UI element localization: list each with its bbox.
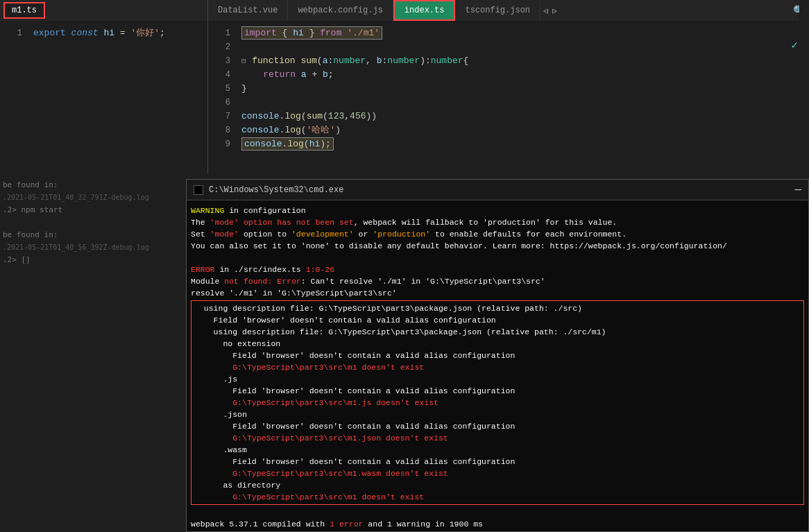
sidebar-line-1: .2021-05-21T01_40_32_791Z-debug.log: [3, 191, 183, 204]
code-line-r9: 9 console.log(hi);: [208, 137, 809, 151]
cmd-window-icon: [194, 185, 203, 195]
tab-scroll-arrows[interactable]: ◁ ▷: [543, 6, 557, 15]
code-line-r4: 4 return a + b;: [208, 68, 809, 82]
cmd-line-resolve: resolve './m1' in 'G:\TypeScript\part3\s…: [191, 287, 804, 299]
code-line-r5: 5 }: [208, 82, 809, 96]
tab-index-label: index.ts: [404, 6, 445, 15]
cmd-line-mode2: Set 'mode' option to 'development' or 'p…: [191, 228, 804, 240]
code-line-r2: 2: [208, 40, 809, 54]
tab-webpack-label: webpack.config.js: [298, 6, 382, 15]
code-line-r6: 6: [208, 96, 809, 110]
left-pane: m1.ts 1 export const hi = '你好';: [0, 0, 208, 173]
cmd-title-text: C:\Windows\System32\cmd.exe: [209, 185, 343, 195]
tab-m1ts-label: m1.ts: [12, 6, 37, 15]
tab-tsconfig-label: tsconfig.json: [465, 6, 530, 15]
left-sidebar: be found in: .2021-05-21T01_40_32_791Z-d…: [0, 173, 186, 532]
cmd-line-error: ERROR in ./src/index.ts 1:0-26: [191, 264, 804, 275]
keyword-const: const: [71, 28, 104, 38]
highlight-console-box: console.log(hi);: [241, 137, 334, 151]
code-line-r3: 3 ⊟ function sum(a:number, b:number):num…: [208, 54, 809, 68]
highlight-import-box: import { hi } from './m1': [241, 26, 382, 40]
keyword-export: export: [33, 28, 71, 38]
tab-webpack-config[interactable]: webpack.config.js: [288, 0, 393, 21]
check-mark: ✓: [791, 38, 798, 52]
cmd-titlebar: C:\Windows\System32\cmd.exe —: [187, 180, 808, 200]
sidebar-text: be found in:: [3, 179, 183, 191]
line-num-1: 1: [6, 26, 22, 40]
sidebar-line-5: .2021-05-21T01_40_56_392Z-debug.log: [3, 241, 183, 254]
code-line-r7: 7 console.log(sum(123,456)): [208, 110, 809, 123]
cmd-body: WARNING in configuration The 'mode' opti…: [187, 200, 808, 531]
cmd-line-err-lifecycle: npm ERR! code ELIFECYCLE: [191, 530, 804, 531]
cmd-line-compiled: webpack 5.37.1 compiled with 1 error and…: [191, 518, 804, 530]
code-line-r1: 1 import { hi } from './m1': [208, 26, 809, 40]
left-pane-tabbar: m1.ts: [0, 0, 207, 21]
sidebar-line-3: [3, 216, 183, 229]
cmd-window: C:\Windows\System32\cmd.exe — WARNING in…: [186, 179, 809, 532]
var-hi: hi: [103, 28, 119, 38]
str-nihao: '你好': [130, 28, 160, 38]
left-code-block: 1 export const hi = '你好';: [0, 21, 207, 46]
tab-m1ts[interactable]: m1.ts: [3, 2, 45, 19]
fold-icon[interactable]: ⊟: [241, 57, 250, 65]
right-code-block: 1 import { hi } from './m1' 2 3 ⊟ functi…: [208, 21, 809, 157]
tab-datalist-vue[interactable]: DataList.vue: [208, 0, 288, 21]
cmd-line-warning: WARNING in configuration: [191, 205, 804, 216]
sidebar-line-2: .2> npm start: [3, 204, 183, 216]
right-tabbar: DataList.vue webpack.config.js index.ts …: [208, 0, 809, 21]
cmd-minimize-button[interactable]: —: [794, 184, 801, 196]
cmd-line-empty1: [191, 252, 804, 264]
tab-tsconfig[interactable]: tsconfig.json: [455, 0, 540, 21]
code-text-1: export const hi = '你好';: [33, 26, 165, 40]
sidebar-line-4: be found in:: [3, 229, 183, 241]
cmd-line-mode1: The 'mode' option has not been set, webp…: [191, 216, 804, 228]
cmd-line-empty2: [191, 506, 804, 518]
cmd-title-left: C:\Windows\System32\cmd.exe: [194, 185, 343, 195]
keyword-function: function: [252, 55, 300, 66]
error-detail-box: using description file: G:\TypeScript\pa…: [191, 300, 804, 505]
right-pane: DataList.vue webpack.config.js index.ts …: [208, 0, 809, 173]
code-line-r8: 8 console.log('哈哈'): [208, 123, 809, 137]
cmd-line-module: Module not found: Error: Can't resolve '…: [191, 275, 804, 287]
editor-area: m1.ts 1 export const hi = '你好'; DataList…: [0, 0, 809, 173]
tab-datalist-label: DataList.vue: [218, 6, 278, 15]
tab-index-ts[interactable]: index.ts: [393, 0, 456, 21]
cmd-line-mode3: You can also set it to 'none' to disable…: [191, 240, 804, 252]
code-line-1: 1 export const hi = '你好';: [0, 26, 207, 40]
sidebar-line-6: .2> []: [3, 254, 183, 266]
